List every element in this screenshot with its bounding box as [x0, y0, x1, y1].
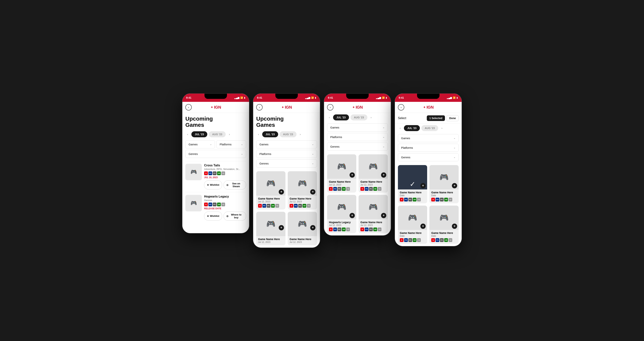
hogwarts-info: Hogwarts Legacy Genres N PS PC XB +2 REL…	[204, 195, 246, 221]
next-month-btn-3[interactable]: ›	[369, 115, 373, 120]
games-filter-btn[interactable]: Games ⌄	[185, 140, 215, 148]
xb-b-3-4: XB	[373, 227, 377, 231]
next-month-btn[interactable]: ›	[227, 132, 232, 137]
month-tab-jul-2[interactable]: JUL '23	[262, 131, 278, 137]
game-card-4-4[interactable]: 🎮 + Game Name Here Date N PS PC XB +2	[430, 206, 459, 244]
back-button[interactable]: ›	[185, 104, 192, 111]
signal-icon-4: ▂▄▆	[447, 96, 452, 99]
game-card-add-4-4[interactable]: +	[452, 224, 457, 229]
pc-b-3-1: PC	[338, 187, 341, 191]
month-tab-jul-3[interactable]: JUL '23	[333, 114, 349, 120]
game-card-add-4-2[interactable]: +	[452, 183, 457, 188]
game-card-3[interactable]: 🎮 + Game Name Here Jul 12, 2023	[256, 212, 286, 245]
page-title-2: UpcomingGames	[253, 113, 320, 130]
next-month-btn-4[interactable]: ›	[440, 126, 444, 130]
ign-star-icon-3: ✦	[352, 105, 355, 109]
genres-filter-btn-3[interactable]: Genres ⌄	[327, 143, 388, 151]
game-card-add-4-1[interactable]: +	[420, 183, 426, 188]
genres-filter-btn[interactable]: Genres ⌄	[185, 150, 246, 158]
genres-filter-btn-4[interactable]: Genres ⌄	[398, 153, 459, 161]
games-filter-label-4: Games	[401, 137, 410, 140]
game-card-add-3-2[interactable]: +	[381, 172, 386, 178]
game-card-add-3[interactable]: +	[279, 225, 284, 230]
game-card-add-4-3[interactable]: +	[420, 224, 426, 229]
games-filter-btn-3[interactable]: Games ⌄	[327, 123, 388, 132]
n-b-4-2: N	[431, 198, 435, 201]
done-btn[interactable]: Done	[446, 115, 459, 121]
back-button-2[interactable]: ›	[256, 104, 262, 111]
game-card-add-3-3[interactable]: +	[350, 213, 355, 218]
wifi-icon: 📶	[240, 96, 243, 99]
controller-icon-4-2: 🎮	[439, 173, 449, 182]
game-card-3-4[interactable]: 🎮 + Game Name Here Jul 12, 2023 N PS PC …	[358, 195, 388, 233]
ps-b-3-1: PS	[333, 187, 337, 191]
back-button-3[interactable]: ›	[327, 104, 334, 111]
game-card-date-3-2: Jul 12, 2023	[360, 183, 386, 186]
month-tab-jul[interactable]: JUL '23	[191, 131, 207, 137]
pc-b-4-3: PC	[408, 238, 412, 242]
prev-month-btn-3[interactable]: ‹	[327, 115, 332, 120]
prev-month-btn-4[interactable]: ‹	[398, 126, 402, 130]
xb-badge-c2: XB	[302, 204, 306, 208]
prev-month-btn[interactable]: ‹	[185, 132, 190, 137]
game-card-add-2[interactable]: +	[310, 189, 316, 194]
game-card-4[interactable]: 🎮 + Game Name Here Jul 12, 2023	[288, 212, 317, 245]
game-card-4-3[interactable]: 🎮 + Game Name Here Date N PS PC XB +2	[398, 206, 427, 244]
platforms-filter-btn[interactable]: Platforms ⌄	[216, 140, 246, 148]
game-card-add-1[interactable]: +	[279, 189, 284, 194]
select-actions: 1 Selected Done	[427, 115, 459, 121]
game-card-title-4-4: Game Name Here	[431, 231, 457, 234]
phone-3-status-icons: ▂▄▆ 📶 ▮	[376, 96, 387, 99]
controller-icon-4-3: 🎮	[408, 213, 417, 222]
game-card-1[interactable]: 🎮 + Game Name Here Jul 12, 2023 N PS PC …	[256, 171, 286, 209]
game-card-4-1-selected[interactable]: ✓ + Game Name Here Date N PS PC XB +2	[398, 165, 427, 203]
platforms-filter-btn-4[interactable]: Platforms ⌄	[398, 144, 459, 152]
pc-b-3-3: PC	[338, 227, 341, 231]
controller-icon-3-4: 🎮	[368, 203, 378, 211]
platforms-filter-label: Platforms	[220, 143, 232, 146]
more-b-3-4: +2	[378, 227, 382, 231]
prev-month-btn-2[interactable]: ‹	[256, 132, 261, 137]
game-card-3-2[interactable]: 🎮 + Game Name Here Jul 12, 2023 N PS PC …	[358, 154, 388, 193]
month-tab-aug-4[interactable]: AUG '23	[421, 125, 438, 131]
game-card-add-4[interactable]: +	[310, 225, 316, 230]
controller-icon-2: 🎮	[190, 200, 197, 206]
genres-chevron-3: ⌄	[383, 145, 384, 148]
filters-row-1: Games ⌄ Platforms ⌄	[185, 140, 246, 148]
platforms-filter-btn-2[interactable]: Platforms ⌄	[256, 150, 317, 158]
hogwarts-where-to-buy-btn[interactable]: ◎ Where to buy	[224, 212, 246, 221]
game-card-info-3-3: Hogwarts Legacy Jul 12, 2023 N PS PC XB …	[327, 219, 356, 233]
genres-filter-label-4: Genres	[401, 156, 410, 159]
games-filter-label: Games	[188, 143, 198, 146]
cross-tails-wishlist-btn[interactable]: ★ Wishlist	[204, 180, 222, 189]
xb-b-4-2: XB	[444, 198, 448, 201]
platforms-filter-btn-3[interactable]: Platforms ⌄	[327, 133, 388, 141]
month-tab-aug[interactable]: AUG '23	[209, 131, 226, 137]
phone-4-content: › ✦ IGN Select 1 Selected Done ‹ JUL '23…	[395, 102, 462, 246]
month-tab-aug-3[interactable]: AUG '23	[350, 114, 367, 120]
game-card-3-1[interactable]: 🎮 + Game Name Here Jul 12, 2023 N PS PC …	[327, 154, 356, 193]
games-filter-btn-4[interactable]: Games ⌄	[398, 134, 459, 142]
ps-b-4-4: PS	[436, 238, 439, 242]
cross-tails-steam-btn[interactable]: ◎ See on Steam	[224, 180, 246, 189]
game-card-4-2[interactable]: 🎮 + Game Name Here Date N PS PC XB +2	[430, 165, 459, 203]
games-filter-btn-2[interactable]: Games ⌄	[256, 140, 317, 148]
game-card-date-3-4: Jul 12, 2023	[360, 224, 386, 227]
game-card-2[interactable]: 🎮 + Game Name Here Jul 12, 2023 N PS PC …	[288, 171, 317, 209]
next-month-btn-2[interactable]: ›	[298, 132, 302, 137]
selected-count-btn[interactable]: 1 Selected	[427, 115, 445, 121]
hogwarts-wishlist-btn[interactable]: ★ Wishlist	[204, 212, 222, 221]
game-card-add-3-4[interactable]: +	[381, 213, 386, 218]
signal-icon-3: ▂▄▆	[376, 96, 381, 99]
game-item-hogwarts: 🎮 Hogwarts Legacy Genres N PS PC XB +2 R…	[185, 192, 246, 223]
game-card-3-3[interactable]: 🎮 + Hogwarts Legacy Jul 12, 2023 N PS PC…	[327, 195, 356, 233]
game-card-title-4: Game Name Here	[290, 238, 315, 241]
month-tab-jul-4[interactable]: JUL '23	[404, 125, 420, 131]
xb-b-4-4: XB	[444, 238, 448, 242]
wishlist-icon: ★	[207, 184, 209, 186]
game-card-info-4-2: Game Name Here Date N PS PC XB +2	[430, 189, 459, 203]
game-card-add-3-1[interactable]: +	[350, 172, 355, 178]
month-tab-aug-2[interactable]: AUG '23	[280, 131, 296, 137]
genres-filter-btn-2[interactable]: Genres ⌄	[256, 159, 317, 168]
back-button-4[interactable]: ›	[398, 104, 404, 111]
